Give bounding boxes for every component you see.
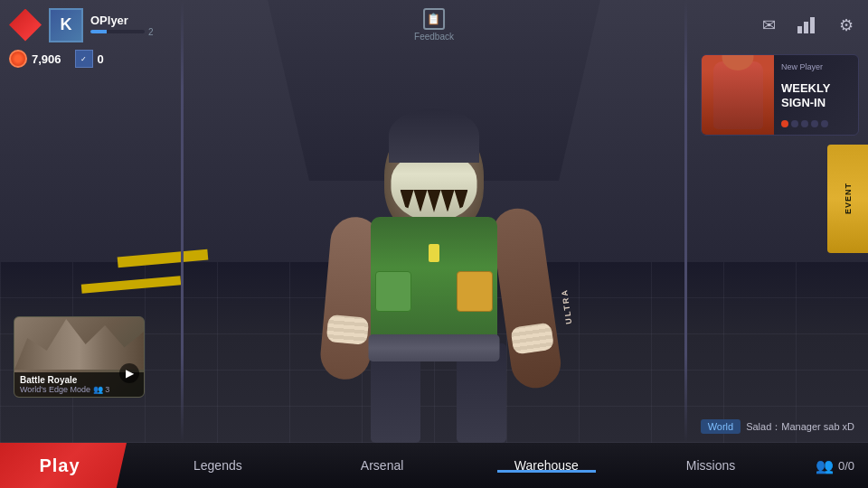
signin-dot-5 bbox=[821, 120, 828, 127]
map-mountain bbox=[14, 316, 144, 370]
character-mask bbox=[392, 154, 477, 221]
currency-coins: 7,906 bbox=[9, 50, 61, 68]
world-badge: World bbox=[701, 419, 741, 434]
signin-dot-2 bbox=[791, 120, 798, 127]
currency-bar: 7,906 ✓ 0 bbox=[9, 50, 104, 68]
chat-text: Salad：Manager sab xD bbox=[746, 420, 854, 434]
signin-char-shape bbox=[713, 61, 763, 129]
map-arrow-btn[interactable]: ▶ bbox=[119, 363, 139, 383]
svg-rect-1 bbox=[804, 22, 808, 33]
apex-logo bbox=[9, 9, 42, 42]
character-hat bbox=[389, 108, 479, 163]
bottom-nav: Play Legends Arsenal Warehouse Missions … bbox=[0, 443, 868, 488]
promo-panel[interactable]: EVENT bbox=[827, 145, 868, 253]
signin-dot-3 bbox=[801, 120, 808, 127]
feedback-icon: 📋 bbox=[423, 8, 445, 30]
player-info: OPlyer 2 bbox=[90, 14, 154, 37]
signin-title: WEEKLYSIGN-IN bbox=[781, 81, 851, 109]
level-bar bbox=[90, 30, 145, 33]
vest-pocket-left bbox=[375, 271, 411, 312]
player-name: OPlyer bbox=[90, 14, 154, 27]
play-label: Play bbox=[39, 455, 80, 476]
strut-right bbox=[684, 0, 687, 443]
play-button[interactable]: Play bbox=[0, 443, 127, 488]
stats-icon[interactable] bbox=[795, 13, 820, 38]
map-mode-name: World's Edge Mode 👥 3 bbox=[20, 385, 138, 394]
nav-right-section: 👥 0/0 bbox=[802, 443, 868, 488]
level-number: 2 bbox=[148, 27, 154, 37]
signin-char-head bbox=[722, 54, 754, 70]
character-body: ULTRA bbox=[344, 117, 524, 443]
vest-stripe bbox=[429, 244, 439, 262]
currency-tickets: ✓ 0 bbox=[75, 50, 104, 68]
nav-item-missions[interactable]: Missions bbox=[628, 458, 793, 473]
world-info-bar: World Salad：Manager sab xD bbox=[701, 419, 854, 434]
signin-dot-4 bbox=[811, 120, 818, 127]
signin-info: New Player WEEKLYSIGN-IN bbox=[774, 55, 858, 135]
map-players-icon: 👥 bbox=[93, 385, 103, 394]
feedback-button[interactable]: 📋 Feedback bbox=[414, 8, 454, 42]
arm-bandage-right bbox=[510, 323, 554, 355]
avatar-letter: K bbox=[61, 15, 72, 34]
character-model: ULTRA bbox=[289, 81, 579, 443]
svg-rect-0 bbox=[797, 26, 802, 33]
top-right-section: ✉ ⚙ bbox=[756, 13, 859, 38]
weekly-signin-panel[interactable]: New Player WEEKLYSIGN-IN bbox=[701, 54, 859, 136]
coins-amount: 7,906 bbox=[32, 52, 61, 66]
settings-icon[interactable]: ⚙ bbox=[834, 13, 859, 38]
promo-text: EVENT bbox=[844, 183, 853, 214]
signin-character bbox=[702, 55, 774, 135]
nav-item-arsenal[interactable]: Arsenal bbox=[300, 458, 465, 473]
arm-bandage-left bbox=[326, 314, 369, 345]
squad-count: 0/0 bbox=[838, 459, 854, 473]
player-avatar[interactable]: K bbox=[49, 8, 83, 42]
nav-legends-label: Legends bbox=[193, 458, 242, 473]
map-mode-text: World's Edge Mode bbox=[20, 385, 90, 394]
signin-dots bbox=[781, 120, 851, 127]
signin-dot-1 bbox=[781, 120, 788, 127]
arm-text: ULTRA bbox=[560, 288, 573, 325]
nav-arsenal-label: Arsenal bbox=[361, 458, 403, 473]
coins-icon bbox=[9, 50, 27, 68]
nav-item-legends[interactable]: Legends bbox=[136, 458, 300, 473]
nav-items: Legends Arsenal Warehouse Missions bbox=[127, 443, 802, 488]
level-fill bbox=[90, 30, 107, 33]
feedback-label: Feedback bbox=[414, 32, 454, 42]
nav-item-warehouse[interactable]: Warehouse bbox=[464, 458, 628, 473]
nav-warehouse-label: Warehouse bbox=[514, 458, 579, 473]
map-players-count: 3 bbox=[105, 385, 109, 394]
strut-left bbox=[181, 0, 184, 443]
squad-icon[interactable]: 👥 0/0 bbox=[816, 457, 854, 474]
map-thumbnail[interactable]: Battle Royale World's Edge Mode 👥 3 ▶ bbox=[14, 316, 145, 398]
top-bar: K OPlyer 2 📋 Feedback ✉ ⚙ bbox=[0, 0, 868, 50]
player-level: 2 bbox=[90, 27, 154, 37]
nav-missions-label: Missions bbox=[686, 458, 735, 473]
signin-new-player-label: New Player bbox=[781, 62, 851, 71]
mail-icon[interactable]: ✉ bbox=[756, 13, 781, 38]
tickets-amount: 0 bbox=[98, 52, 104, 66]
top-left-section: K OPlyer 2 bbox=[9, 8, 154, 42]
character-gadget bbox=[411, 307, 457, 352]
svg-rect-2 bbox=[810, 17, 815, 33]
vest-pocket-right bbox=[457, 271, 493, 312]
tickets-icon: ✓ bbox=[75, 50, 93, 68]
squad-people-icon: 👥 bbox=[816, 457, 834, 474]
